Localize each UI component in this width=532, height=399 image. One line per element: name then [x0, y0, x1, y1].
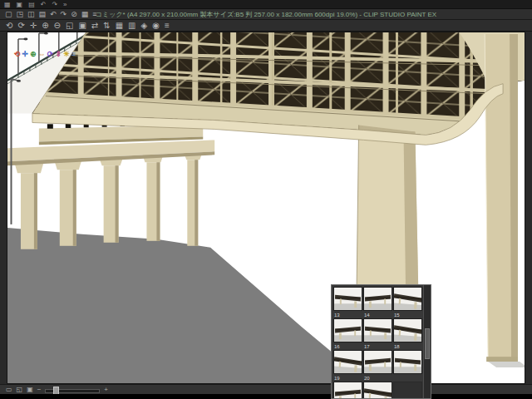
bridge-thumbnail[interactable] — [363, 382, 392, 399]
toolbar-main: ▢ ◳ ◫ ▤ ↶ ↷ ⊘ ▦ ≡ コミック* (A4 297.00 x 210… — [0, 9, 532, 20]
delete-icon[interactable]: ⊘ — [71, 10, 77, 18]
thumbnail-label: 14 — [363, 312, 392, 318]
object-scale-icon[interactable]: ⇕ — [55, 51, 62, 58]
3d-viewport[interactable]: ⟲ ✛ ⊕ ⇔ ⟳ ⇕ ☀ ≡ — [7, 32, 525, 384]
thumbnail-label: 16 — [333, 343, 362, 350]
thumbnail-label: 18 — [393, 343, 422, 350]
bridge-thumbnail[interactable] — [363, 287, 392, 311]
flip-vertical-icon[interactable]: ⇅ — [103, 21, 110, 30]
redo-icon[interactable]: ↷ — [61, 10, 67, 18]
list-item[interactable]: 15 — [393, 312, 422, 342]
object-move-icon[interactable]: ⇔ — [38, 51, 46, 58]
list-item[interactable]: 20 — [363, 375, 392, 399]
fit-screen-icon[interactable]: ◱ — [66, 21, 73, 30]
zoom-in-icon[interactable]: ⊕ — [42, 21, 48, 30]
window-icon[interactable]: ▣ — [17, 1, 23, 8]
object-launcher: ⟲ ✛ ⊕ ⇔ ⟳ ⇕ ☀ ≡ — [14, 51, 76, 58]
list-item[interactable]: 13 — [333, 312, 362, 342]
bridge-thumbnail[interactable] — [393, 350, 422, 374]
thumbnail-label: 17 — [363, 343, 392, 350]
actual-size-icon[interactable]: ▣ — [78, 21, 86, 30]
zoom-slider[interactable] — [45, 387, 100, 393]
bridge-thumbnail[interactable] — [333, 318, 362, 342]
material-thumbnail-panel: 13 14 15 16 17 18 — [331, 284, 431, 399]
undo-icon[interactable]: ↶ — [50, 10, 57, 18]
empty-slot — [393, 382, 422, 399]
rotate-ccw-icon[interactable]: ⟲ — [6, 21, 12, 30]
panel-scrollbar[interactable] — [423, 285, 431, 398]
save-file-icon[interactable]: ◫ — [27, 10, 35, 18]
new-file-icon[interactable]: ▢ — [5, 10, 12, 18]
list-item[interactable]: 17 — [363, 343, 392, 374]
menubar: ▦ ▣ ▤ ↶ ↷ » — [0, 0, 532, 9]
camera-pan-icon[interactable]: ✛ — [22, 51, 29, 58]
bridge-thumbnail[interactable] — [363, 350, 392, 374]
forward-icon[interactable]: ↷ — [52, 1, 57, 8]
actual-size-icon[interactable]: ▣ — [27, 386, 33, 393]
window-edge — [0, 394, 532, 399]
list-item[interactable]: 14 — [363, 312, 392, 342]
bridge-thumbnail[interactable] — [363, 318, 392, 342]
thumbnail-label — [393, 375, 422, 382]
scrollbar-thumb[interactable] — [425, 328, 430, 359]
thumbnail-grid: 13 14 15 16 17 18 — [333, 284, 423, 399]
fit-screen-icon[interactable]: ◱ — [17, 386, 23, 393]
workspace-icon[interactable]: ▤ — [28, 1, 35, 8]
overflow-icon[interactable]: » — [63, 1, 66, 8]
light-source-icon[interactable]: ☀ — [63, 51, 70, 58]
camera-rotate-icon[interactable]: ⟲ — [14, 51, 21, 58]
list-item[interactable] — [363, 284, 392, 311]
bridge-thumbnail[interactable] — [333, 382, 362, 399]
thumbnail-label: 19 — [333, 375, 362, 382]
settings-icon[interactable]: ≡ — [92, 10, 96, 18]
list-icon[interactable]: ≡ — [165, 21, 170, 30]
thumbnail-label: 15 — [393, 312, 422, 318]
statusbar: ▭ ◱ ▣ − + — [0, 384, 532, 394]
bridge-3d-render — [7, 32, 525, 383]
object-list-icon[interactable]: ≡ — [71, 51, 76, 58]
list-item[interactable]: 19 — [333, 375, 362, 399]
zoom-out-icon[interactable]: − — [37, 386, 42, 393]
bridge-thumbnail[interactable] — [393, 318, 422, 342]
document-title: コミック* (A4 297.00 x 210.00mm 製本サイズ:B5 判 2… — [0, 10, 532, 19]
snap-icon[interactable]: ◈ — [141, 21, 148, 30]
zoom-in-icon[interactable]: + — [104, 386, 108, 393]
object-rotate-icon[interactable]: ⟳ — [47, 51, 54, 58]
list-item[interactable]: 16 — [333, 343, 362, 374]
print-icon[interactable]: ▤ — [39, 10, 47, 18]
grid-icon[interactable]: ▦ — [81, 10, 89, 18]
list-item[interactable]: 18 — [393, 343, 422, 374]
camera-zoom-icon[interactable]: ⊕ — [30, 51, 37, 58]
app-icon[interactable]: ▦ — [4, 1, 11, 8]
pan-icon[interactable]: ✛ — [30, 21, 37, 30]
clip-studio-window: ▦ ▣ ▤ ↶ ↷ » ▢ ◳ ◫ ▤ ↶ ↷ ⊘ ▦ ≡ コミック* (A4 … — [0, 0, 532, 399]
thumbnail-label: 13 — [333, 312, 362, 318]
camera-icon[interactable]: ◉ — [152, 21, 160, 30]
navigator-icon[interactable]: ▭ — [6, 386, 12, 393]
open-file-icon[interactable]: ◳ — [17, 10, 24, 18]
list-item[interactable] — [393, 284, 422, 311]
guides-icon[interactable]: ▥ — [128, 21, 135, 30]
flip-horizontal-icon[interactable]: ⇄ — [91, 21, 98, 30]
bridge-thumbnail[interactable] — [333, 287, 362, 311]
bridge-thumbnail[interactable] — [333, 350, 362, 374]
thumbnail-label: 20 — [363, 375, 392, 382]
zoom-slider-handle[interactable] — [53, 387, 59, 395]
toolbar-view: ⟲ ⟳ ✛ ⊕ ⊖ ◱ ▣ ⇄ ⇅ ▦ ▥ ◈ ◉ ≡ — [0, 20, 532, 32]
zoom-out-icon[interactable]: ⊖ — [54, 21, 61, 30]
list-item — [393, 375, 422, 399]
bridge-thumbnail[interactable] — [393, 287, 422, 311]
list-item[interactable] — [333, 284, 362, 311]
back-icon[interactable]: ↶ — [41, 1, 47, 8]
rotate-cw-icon[interactable]: ⟳ — [17, 21, 24, 30]
grid-icon[interactable]: ▦ — [116, 21, 123, 30]
